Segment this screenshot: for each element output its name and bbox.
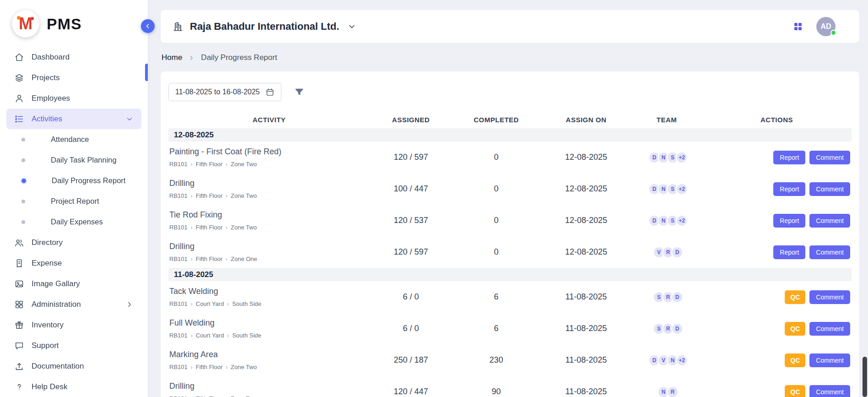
sidebar-subitem-label: Attendance — [51, 135, 89, 144]
path-segment: Fifth Floor — [196, 395, 223, 397]
activity-path: RB101›Fifth Floor›Zone Two — [169, 161, 370, 168]
comment-button[interactable]: Comment — [809, 182, 850, 196]
report-button[interactable]: Report — [773, 245, 805, 259]
completed-cell: 0 — [452, 216, 541, 225]
actions-cell: QCComment — [702, 385, 852, 397]
team-avatar[interactable]: +2 — [676, 183, 688, 195]
actions-cell: ReportComment — [702, 182, 852, 196]
comment-button[interactable]: Comment — [809, 322, 850, 336]
team-cell: DNS+2 — [631, 215, 702, 227]
sidebar-item-activities[interactable]: Activities — [6, 109, 141, 129]
sidebar-subitem-project-report[interactable]: Project Report — [0, 191, 148, 212]
sidebar-item-directory[interactable]: Directory — [6, 232, 141, 253]
team-cell: DNS+2 — [631, 183, 702, 195]
path-segment: RB101 — [169, 224, 188, 231]
sidebar-subitem-daily-expenses[interactable]: Daily Expenses — [0, 212, 148, 232]
filter-funnel-icon[interactable] — [294, 87, 304, 97]
sidebar-item-projects[interactable]: Projects — [6, 67, 141, 88]
column-header-assign-on: ASSIGN ON — [541, 116, 632, 124]
sidebar-item-employees[interactable]: Employees — [6, 88, 141, 109]
sidebar-item-expense[interactable]: Expense — [6, 253, 141, 273]
bullet-icon — [22, 158, 25, 162]
path-segment: Zone Two — [231, 161, 257, 168]
comment-button[interactable]: Comment — [809, 151, 850, 164]
team-avatar[interactable]: R — [667, 386, 679, 397]
chevron-right-icon: › — [226, 193, 227, 199]
chevron-right-icon: › — [191, 193, 193, 199]
activity-cell: Marking AreaRB101›Fifth Floor›Zone Two — [168, 350, 370, 370]
app-logo[interactable]: M PMS — [0, 0, 148, 47]
column-header-completed: COMPLETED — [452, 116, 541, 124]
chevron-right-icon: › — [191, 256, 193, 262]
completed-cell: 230 — [452, 355, 541, 365]
chevron-right-icon: › — [226, 162, 227, 167]
assigned-cell: 120 / 597 — [370, 152, 452, 162]
sidebar-item-inventory[interactable]: Inventory — [6, 315, 141, 335]
comment-button[interactable]: Comment — [809, 245, 850, 259]
expense-icon — [14, 258, 24, 268]
path-segment: Zone Two — [231, 364, 257, 370]
path-segment: RB101 — [169, 256, 188, 262]
sidebar-item-label: Administration — [32, 300, 118, 309]
comment-button[interactable]: Comment — [809, 214, 850, 228]
comment-button[interactable]: Comment — [809, 290, 850, 304]
report-button[interactable]: Report — [773, 214, 805, 228]
date-range-input[interactable]: 11-08-2025 to 16-08-2025 — [168, 83, 281, 101]
path-segment: Court Yard — [196, 332, 224, 339]
team-avatar[interactable]: +2 — [676, 354, 688, 366]
table-row: Tack WeldingRB101›Court Yard›South Side6… — [168, 281, 852, 313]
comment-button[interactable]: Comment — [809, 353, 850, 367]
qc-button[interactable]: QC — [785, 322, 805, 336]
path-segment: RB101 — [169, 300, 188, 307]
breadcrumb-home[interactable]: Home — [162, 53, 182, 62]
team-avatar[interactable]: +2 — [676, 152, 688, 163]
qc-button[interactable]: QC — [785, 353, 805, 367]
team-avatar[interactable]: D — [671, 323, 683, 335]
table-row: Marking AreaRB101›Fifth Floor›Zone Two25… — [168, 344, 852, 376]
scrollbar-thumb[interactable] — [863, 357, 867, 397]
qc-button[interactable]: QC — [785, 290, 805, 304]
sidebar-subitem-label: Daily Expenses — [51, 218, 103, 226]
breadcrumb-current: Daily Progress Report — [201, 53, 277, 62]
assign-on-cell: 12-08-2025 — [541, 152, 632, 162]
team-avatar[interactable]: D — [671, 246, 683, 258]
report-button[interactable]: Report — [773, 151, 805, 164]
sidebar-item-help-desk[interactable]: Help Desk — [6, 376, 141, 397]
company-selector[interactable]: Raja Bahadur International Ltd. — [173, 21, 356, 33]
assigned-cell: 120 / 597 — [370, 247, 452, 257]
sidebar-item-image-gallary[interactable]: Image Gallary — [6, 273, 141, 294]
table-row: Tie Rod FixingRB101›Fifth Floor›Zone Two… — [168, 205, 852, 236]
sidebar-item-label: Projects — [32, 73, 134, 82]
sidebar-item-administration[interactable]: Administration — [6, 294, 141, 315]
sidebar-item-dashboard[interactable]: Dashboard — [6, 47, 141, 67]
completed-cell: 0 — [452, 152, 541, 162]
activity-cell: Tie Rod FixingRB101›Fifth Floor›Zone Two — [168, 210, 370, 231]
sidebar-item-documentation[interactable]: Documentation — [6, 356, 141, 376]
team-avatar[interactable]: D — [671, 291, 683, 303]
apps-grid-icon[interactable] — [793, 21, 803, 32]
breadcrumb: Home Daily Progress Report — [162, 53, 858, 62]
sidebar-collapse-button[interactable] — [141, 19, 155, 33]
path-segment: RB101 — [169, 192, 188, 199]
sidebar-subitem-daily-task-planning[interactable]: Daily Task Planning — [0, 150, 148, 170]
comment-button[interactable]: Comment — [809, 385, 850, 397]
sidebar-item-label: Dashboard — [32, 53, 134, 62]
sidebar-subitem-attendance[interactable]: Attendance — [0, 129, 148, 150]
activity-title: Tie Rod Fixing — [169, 210, 370, 220]
actions-cell: ReportComment — [702, 214, 852, 228]
projects-icon — [14, 73, 24, 83]
column-header-team: TEAM — [631, 116, 702, 124]
sidebar-subitem-daily-progress-report[interactable]: Daily Progress Report — [0, 170, 148, 191]
sidebar-item-support[interactable]: Support — [6, 335, 141, 356]
team-avatar[interactable]: +2 — [676, 215, 688, 227]
assign-on-cell: 12-08-2025 — [541, 247, 632, 257]
table-row: DrillingRB101›Fifth Floor›Zone Two120 / … — [168, 376, 852, 397]
bullet-icon — [22, 179, 26, 183]
qc-button[interactable]: QC — [785, 385, 805, 397]
sidebar-item-label: Image Gallary — [32, 279, 134, 288]
chevron-right-icon: › — [227, 301, 229, 307]
path-segment: Fifth Floor — [196, 364, 223, 370]
user-avatar[interactable]: AD — [816, 17, 836, 36]
path-segment: Fifth Floor — [196, 256, 223, 262]
report-button[interactable]: Report — [773, 182, 805, 196]
